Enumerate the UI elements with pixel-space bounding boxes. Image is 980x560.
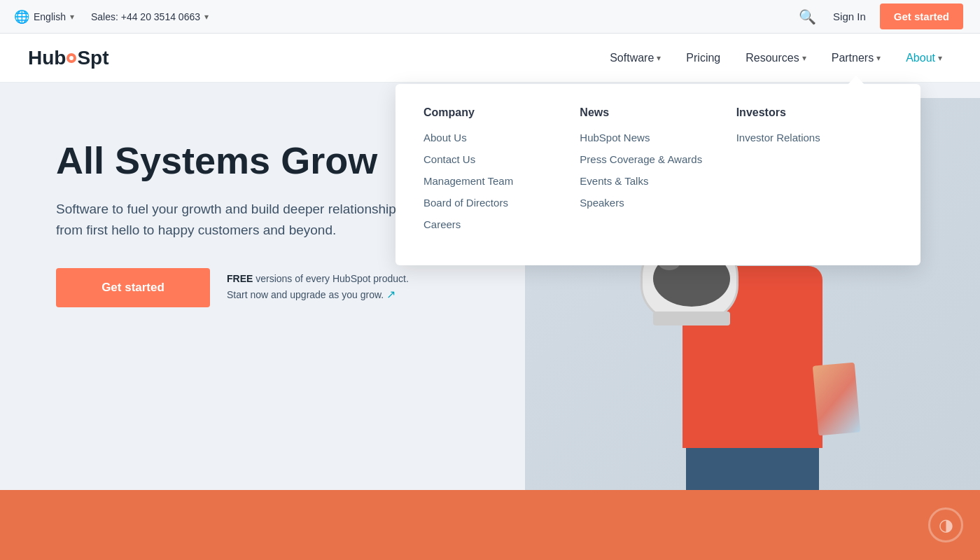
- nav-partners[interactable]: Partners ▾: [822, 46, 890, 70]
- nav-pricing[interactable]: Pricing: [676, 46, 730, 70]
- logo-text: HubSpt: [28, 47, 109, 69]
- partners-chevron-icon: ▾: [876, 53, 881, 63]
- investors-heading: Investors: [736, 106, 892, 119]
- lang-chevron-icon: ▾: [70, 12, 74, 22]
- free-label: FREE: [227, 273, 253, 284]
- contact-us-link[interactable]: Contact Us: [424, 153, 580, 165]
- news-heading: News: [580, 106, 736, 119]
- sales-phone-label: Sales: +44 20 3514 0663: [91, 11, 200, 22]
- nav-resources-label: Resources: [746, 52, 799, 64]
- upgrade-text: Start now and upgrade as you grow.: [227, 289, 384, 300]
- get-started-top-button[interactable]: Get started: [880, 4, 963, 29]
- trend-icon: ↗: [386, 286, 396, 303]
- software-chevron-icon: ▾: [657, 53, 661, 63]
- investor-relations-link[interactable]: Investor Relations: [736, 132, 892, 144]
- hero-cta-row: Get started FREE versions of every HubSp…: [56, 268, 420, 307]
- sign-in-button[interactable]: Sign In: [833, 10, 866, 22]
- hero-title: All Systems Grow: [56, 139, 420, 182]
- company-heading: Company: [424, 106, 580, 119]
- language-selector[interactable]: 🌐 English ▾: [14, 9, 74, 24]
- speakers-link[interactable]: Speakers: [580, 197, 736, 209]
- helmet-bottom: [653, 312, 730, 326]
- logo-dot-icon: [66, 53, 76, 63]
- events-talks-link[interactable]: Events & Talks: [580, 175, 736, 187]
- footer-band: ◑: [0, 490, 980, 560]
- nav-software[interactable]: Software ▾: [600, 46, 671, 70]
- dropdown-news-col: News HubSpot News Press Coverage & Award…: [580, 106, 736, 240]
- nav-partners-label: Partners: [832, 52, 874, 64]
- top-bar: 🌐 English ▾ Sales: +44 20 3514 0663 ▾ 🔍 …: [0, 0, 980, 34]
- search-button[interactable]: 🔍: [796, 6, 819, 28]
- nav-about-label: About: [906, 52, 935, 64]
- hero-subtitle: Software to fuel your growth and build d…: [56, 199, 420, 240]
- language-label: English: [34, 11, 66, 22]
- board-of-directors-link[interactable]: Board of Directors: [424, 197, 580, 209]
- about-dropdown: Company About Us Contact Us Management T…: [396, 84, 920, 265]
- hubspot-news-link[interactable]: HubSpot News: [580, 132, 736, 144]
- hero-content: All Systems Grow Software to fuel your g…: [56, 139, 420, 307]
- main-nav: HubSpt Software ▾ Pricing Resources ▾ Pa…: [0, 34, 980, 83]
- dropdown-company-col: Company About Us Contact Us Management T…: [424, 106, 580, 240]
- logo-hub: Hub: [28, 47, 66, 69]
- management-team-link[interactable]: Management Team: [424, 175, 580, 187]
- papers: [813, 363, 860, 436]
- top-bar-left: 🌐 English ▾ Sales: +44 20 3514 0663 ▾: [14, 9, 209, 24]
- top-bar-right: 🔍 Sign In Get started: [796, 4, 963, 29]
- logo[interactable]: HubSpt: [28, 47, 109, 69]
- nav-about[interactable]: About ▾: [896, 46, 952, 70]
- footer-logo-icon: ◑: [928, 507, 963, 542]
- sales-phone: Sales: +44 20 3514 0663 ▾: [91, 11, 209, 22]
- dropdown-arrow: [848, 76, 864, 85]
- hero-get-started-button[interactable]: Get started: [56, 268, 210, 307]
- about-chevron-icon: ▾: [938, 53, 942, 63]
- free-text: versions of every HubSpot product.: [253, 273, 409, 284]
- resources-chevron-icon: ▾: [802, 53, 806, 63]
- globe-icon: 🌐: [14, 9, 29, 24]
- nav-pricing-label: Pricing: [686, 52, 720, 64]
- phone-chevron-icon: ▾: [204, 12, 209, 22]
- careers-link[interactable]: Careers: [424, 218, 580, 230]
- nav-software-label: Software: [610, 52, 654, 64]
- press-coverage-link[interactable]: Press Coverage & Awards: [580, 153, 736, 165]
- nav-items: Software ▾ Pricing Resources ▾ Partners …: [600, 46, 952, 70]
- logo-spot: Sp: [77, 47, 102, 69]
- dropdown-columns: Company About Us Contact Us Management T…: [424, 106, 892, 240]
- dropdown-investors-col: Investors Investor Relations: [736, 106, 892, 240]
- hero-free-info: FREE versions of every HubSpot product. …: [227, 272, 409, 303]
- about-us-link[interactable]: About Us: [424, 132, 580, 144]
- nav-resources[interactable]: Resources ▾: [736, 46, 816, 70]
